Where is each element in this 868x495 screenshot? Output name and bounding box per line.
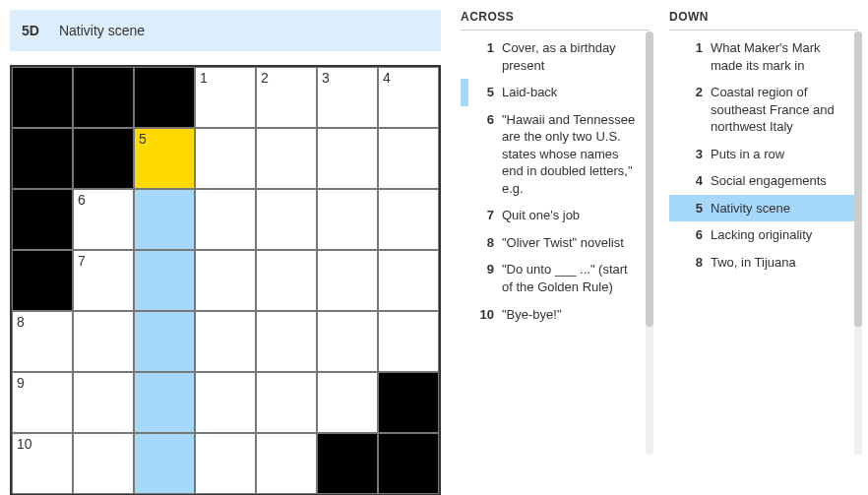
across-header: ACROSS (461, 10, 650, 31)
clue-item[interactable]: 3Puts in a row (669, 141, 854, 168)
grid-cell[interactable] (134, 433, 195, 494)
grid-cell[interactable] (73, 372, 134, 433)
grid-cell[interactable] (317, 372, 378, 433)
clue-item[interactable]: 4Social engagements (669, 167, 854, 195)
grid-cell (317, 433, 378, 494)
cell-number: 1 (200, 70, 208, 86)
grid-cell[interactable] (378, 128, 439, 189)
grid-cell[interactable] (73, 433, 134, 494)
scrollbar-track[interactable] (854, 31, 862, 455)
clue-item[interactable]: 8"Oliver Twist" novelist (461, 229, 646, 257)
grid-cell[interactable] (378, 189, 439, 250)
crossword-grid[interactable]: 12345678910 (10, 65, 441, 495)
scrollbar-thumb[interactable] (854, 31, 862, 327)
clue-text: "Hawaii and Tennessee are the only two U… (502, 111, 640, 198)
clue-number: 1 (677, 39, 703, 74)
cell-number: 7 (78, 253, 86, 269)
grid-cell[interactable] (378, 311, 439, 372)
grid-cell[interactable]: 9 (12, 372, 73, 433)
clue-number: 10 (468, 306, 494, 324)
grid-cell[interactable] (256, 189, 317, 250)
clue-item[interactable]: 8Two, in Tijuana (669, 249, 854, 277)
clue-text: "Oliver Twist" novelist (502, 234, 640, 252)
grid-cell[interactable] (134, 250, 195, 311)
grid-cell[interactable] (134, 311, 195, 372)
scrollbar-thumb[interactable] (646, 31, 653, 327)
clue-item[interactable]: 1What Maker's Mark made its mark in (669, 34, 854, 79)
clue-text: Laid-back (502, 84, 640, 101)
grid-cell[interactable] (378, 250, 439, 311)
clue-text: Puts in a row (711, 146, 848, 163)
grid-cell (73, 67, 134, 128)
grid-cell[interactable]: 6 (73, 189, 134, 250)
clue-text: "Do unto ___ ..." (start of the Golden R… (502, 261, 640, 295)
grid-cell[interactable] (317, 189, 378, 250)
clue-number: 1 (468, 39, 494, 74)
grid-cell[interactable]: 8 (12, 311, 73, 372)
down-clue-list[interactable]: 1What Maker's Mark made its mark in2Coas… (669, 34, 858, 276)
clue-number: 9 (468, 261, 494, 295)
grid-cell[interactable] (256, 128, 317, 189)
clue-text: Social engagements (711, 172, 848, 190)
clue-text: Lacking originality (711, 226, 848, 244)
across-clue-list[interactable]: 1Cover, as a birthday present5Laid-back6… (461, 34, 650, 328)
grid-cell[interactable]: 7 (73, 250, 134, 311)
cell-number: 6 (78, 192, 86, 208)
cell-number: 5 (139, 131, 147, 147)
clue-number: 6 (677, 226, 703, 244)
grid-cell[interactable] (256, 250, 317, 311)
clue-text: Quit one's job (502, 207, 640, 224)
grid-cell (378, 372, 439, 433)
grid-cell[interactable] (256, 372, 317, 433)
grid-cell[interactable]: 5 (134, 128, 195, 189)
clue-item[interactable]: 10"Bye-bye!" (461, 301, 646, 329)
clue-item[interactable]: 6Lacking originality (669, 221, 854, 249)
grid-cell (12, 67, 73, 128)
grid-cell[interactable] (317, 128, 378, 189)
clue-text: Two, in Tijuana (711, 254, 848, 272)
clue-number: 2 (677, 84, 703, 136)
clue-number: 8 (468, 234, 494, 252)
clue-item[interactable]: 7Quit one's job (461, 202, 646, 229)
clue-text: Coastal region of southeast France and n… (711, 84, 848, 136)
clue-item[interactable]: 9"Do unto ___ ..." (start of the Golden … (461, 256, 646, 300)
scrollbar-track[interactable] (646, 31, 653, 455)
grid-cell[interactable]: 2 (256, 67, 317, 128)
grid-cell[interactable] (134, 372, 195, 433)
grid-cell[interactable] (195, 189, 256, 250)
grid-cell[interactable] (195, 311, 256, 372)
grid-cell[interactable]: 10 (12, 433, 73, 494)
clue-text: What Maker's Mark made its mark in (711, 39, 848, 74)
grid-cell[interactable] (317, 311, 378, 372)
grid-cell[interactable] (195, 250, 256, 311)
grid-cell[interactable] (134, 189, 195, 250)
grid-cell[interactable]: 3 (317, 67, 378, 128)
cell-number: 10 (17, 436, 32, 452)
clue-number: 3 (677, 146, 703, 163)
clue-item[interactable]: 5Laid-back (461, 79, 646, 106)
cell-number: 2 (261, 70, 269, 86)
grid-cell[interactable]: 1 (195, 67, 256, 128)
grid-cell[interactable] (195, 433, 256, 494)
grid-cell[interactable] (256, 433, 317, 494)
clue-number: 5 (468, 84, 494, 101)
clue-text: "Bye-bye!" (502, 306, 640, 324)
grid-cell[interactable] (317, 250, 378, 311)
current-clue-bar: 5D Nativity scene (10, 10, 441, 51)
grid-cell[interactable] (73, 311, 134, 372)
grid-cell (134, 67, 195, 128)
grid-cell (378, 433, 439, 494)
down-header: DOWN (669, 10, 858, 31)
grid-cell[interactable]: 4 (378, 67, 439, 128)
clue-item[interactable]: 1Cover, as a birthday present (461, 34, 646, 79)
grid-cell[interactable] (195, 372, 256, 433)
cell-number: 3 (322, 70, 330, 86)
grid-cell[interactable] (195, 128, 256, 189)
clue-item[interactable]: 6"Hawaii and Tennessee are the only two … (461, 106, 646, 203)
clue-item[interactable]: 2Coastal region of southeast France and … (669, 79, 854, 141)
clue-item[interactable]: 5Nativity scene (669, 195, 854, 222)
down-column: DOWN 1What Maker's Mark made its mark in… (669, 10, 858, 495)
grid-cell (12, 189, 73, 250)
grid-cell[interactable] (256, 311, 317, 372)
clue-text: Cover, as a birthday present (502, 39, 640, 74)
